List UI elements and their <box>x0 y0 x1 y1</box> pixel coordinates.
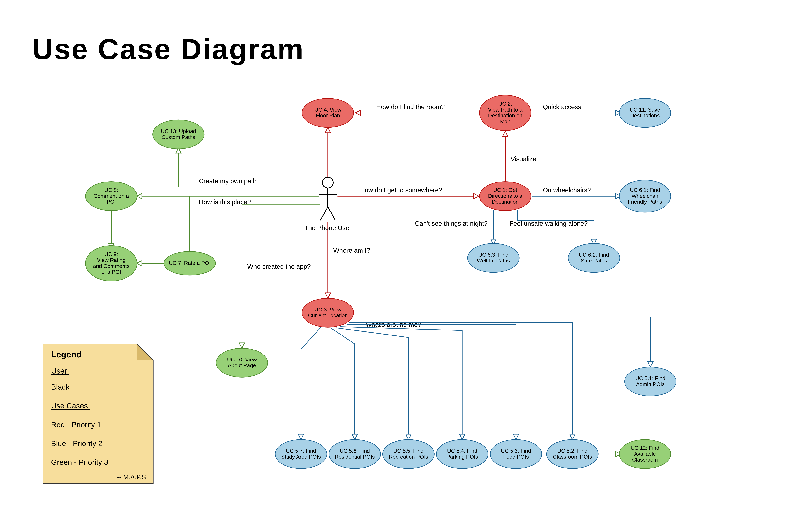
usecase-uc2-label: Map <box>500 118 511 125</box>
usecase-uc7-label: UC 7: Rate a POI <box>169 260 211 266</box>
edge-uc3-uc54 <box>340 327 462 440</box>
usecase-uc61-label: Friendly Paths <box>628 199 662 205</box>
actor-label: The Phone User <box>304 224 351 231</box>
usecase-uc12-label: Available <box>634 451 656 457</box>
legend-note: Legend User: Black Use Cases: Red - Prio… <box>43 344 153 483</box>
usecase-uc54-label: UC 5.4: Find <box>447 448 477 454</box>
label-unsafe: Feel unsafe walking alone? <box>510 220 588 227</box>
legend-user-heading: User: <box>51 367 69 375</box>
usecase-uc9-label: UC 9: <box>104 251 118 257</box>
usecase-uc2-label: UC 2: <box>498 101 512 107</box>
usecase-uc53-label: UC 5.3: Find <box>501 448 531 454</box>
usecase-uc13-label: Custom Paths <box>161 134 195 140</box>
actor-phone-user <box>319 177 337 221</box>
usecase-uc9: UC 9:View Ratingand Commentsof a POI <box>85 246 137 281</box>
usecase-uc56-label: Residential POIs <box>335 454 375 460</box>
usecase-uc51: UC 5.1: FindAdmin POIs <box>625 367 676 396</box>
usecase-uc3: UC 3: ViewCurrent Location <box>302 298 353 327</box>
svg-line-4 <box>328 207 336 220</box>
usecase-uc8: UC 8:Comment on aPOI <box>85 182 137 211</box>
usecase-uc57: UC 5.7: FindStudy Area POIs <box>275 440 327 469</box>
usecase-uc55-label: UC 5.5: Find <box>394 448 424 454</box>
usecase-uc9-label: and Comments <box>93 263 130 269</box>
label-who-created: Who created the app? <box>247 263 311 270</box>
usecase-uc55-label: Recreation POIs <box>389 454 428 460</box>
usecase-uc53: UC 5.3: FindFood POIs <box>490 440 542 469</box>
usecase-uc52-label: UC 5.2: Find <box>557 448 588 454</box>
usecase-uc62-label: Safe Paths <box>581 258 607 264</box>
edge-uc3-uc53 <box>347 324 516 439</box>
use-case-diagram-canvas: Use Case Diagram How do I find the room?… <box>0 0 803 532</box>
usecase-uc10-label: About Page <box>228 362 256 368</box>
usecase-uc57-label: UC 5.7: Find <box>286 448 316 454</box>
usecase-uc63-label: UC 6.3: Find <box>478 252 509 258</box>
usecase-uc2-label: View Path to a <box>488 107 522 113</box>
usecase-uc61-label: Wheelchair <box>632 193 658 199</box>
label-where-am-i: Where am I? <box>333 247 370 254</box>
edge-uc3-uc52 <box>349 322 572 440</box>
edges: How do I find the room? Quick access Vis… <box>111 103 650 454</box>
usecase-uc4: UC 4: ViewFloor Plan <box>302 98 353 127</box>
page-title: Use Case Diagram <box>32 33 304 65</box>
edge-uc3-uc56 <box>330 328 355 439</box>
legend-p1: Red - Priority 1 <box>51 420 101 429</box>
usecase-uc55: UC 5.5: FindRecreation POIs <box>383 440 434 469</box>
usecase-uc2: UC 2:View Path to aDestination onMap <box>479 95 531 131</box>
svg-point-0 <box>323 177 333 188</box>
usecase-uc52: UC 5.2: FindClassroom POIs <box>547 440 598 469</box>
label-visualize: Visualize <box>511 155 536 163</box>
label-get-somewhere: How do I get to somewhere? <box>360 187 442 194</box>
usecase-uc13: UC 13: UploadCustom Paths <box>153 120 204 149</box>
usecase-uc56: UC 5.6: FindResidential POIs <box>329 440 381 469</box>
usecase-uc4-label: UC 4: View <box>314 107 341 113</box>
usecase-uc1-label: Directions to a <box>488 193 522 199</box>
usecase-uc11-label: Destinations <box>630 113 659 118</box>
usecase-uc8-label: POI <box>107 199 116 205</box>
usecase-uc8-label: Comment on a <box>94 193 129 199</box>
usecase-uc56-label: UC 5.6: Find <box>340 448 370 454</box>
usecase-uc2-label: Destination on <box>488 113 522 118</box>
usecase-uc12-label: Classroom <box>632 457 658 463</box>
usecase-uc3-label: Current Location <box>308 312 348 318</box>
usecase-uc1-label: UC 1: Get <box>493 187 517 193</box>
usecase-uc10-label: UC 10: View <box>227 357 257 363</box>
legend-title: Legend <box>51 350 82 359</box>
legend-p2: Blue - Priority 2 <box>51 439 102 448</box>
edge-uc3-uc55 <box>336 328 408 439</box>
usecase-uc54-label: Parking POIs <box>446 454 478 460</box>
usecase-uc54: UC 5.4: FindParking POIs <box>437 440 488 469</box>
usecase-uc62: UC 6.2: FindSafe Paths <box>568 243 620 272</box>
usecase-uc57-label: Study Area POIs <box>281 454 321 460</box>
label-wheelchairs: On wheelchairs? <box>543 187 591 194</box>
usecase-uc51-label: Admin POIs <box>636 381 665 387</box>
label-own-path: Create my own path <box>199 177 256 185</box>
label-quick-access: Quick access <box>543 103 581 110</box>
usecase-uc8-label: UC 8: <box>104 187 118 193</box>
usecase-uc7: UC 7: Rate a POI <box>164 251 215 275</box>
usecase-uc9-label: of a POI <box>101 269 121 275</box>
usecase-uc10: UC 10: ViewAbout Page <box>216 348 268 377</box>
usecase-uc9-label: View Rating <box>97 257 126 263</box>
legend-signature: -- M.A.P.S. <box>117 474 148 480</box>
usecase-uc61: UC 6.1: FindWheelchairFriendly Paths <box>619 180 671 212</box>
usecase-uc53-label: Food POIs <box>503 454 529 460</box>
usecase-uc62-label: UC 6.2: Find <box>579 252 609 258</box>
usecase-uc4-label: Floor Plan <box>316 113 340 118</box>
legend-user-color: Black <box>51 383 70 391</box>
usecase-uc51-label: UC 5.1: Find <box>635 375 666 381</box>
usecase-uc52-label: Classroom POIs <box>553 454 592 460</box>
legend-p3: Green - Priority 3 <box>51 458 108 467</box>
label-find-room: How do I find the room? <box>376 103 445 110</box>
legend-uc-heading: Use Cases: <box>51 402 90 410</box>
usecase-uc61-label: UC 6.1: Find <box>630 187 660 193</box>
usecase-uc11-label: UC 11: Save <box>630 107 660 113</box>
svg-line-3 <box>320 207 328 220</box>
usecase-uc12: UC 12: FindAvailableClassroom <box>619 440 671 469</box>
usecase-uc1: UC 1: GetDirections to aDestination <box>479 182 531 211</box>
usecase-uc13-label: UC 13: Upload <box>161 128 196 134</box>
usecase-uc1-label: Destination <box>492 199 519 205</box>
edge-uc1-uc62 <box>518 210 594 245</box>
usecase-uc11: UC 11: SaveDestinations <box>619 98 671 127</box>
label-night: Can't see things at night? <box>415 220 487 227</box>
usecase-uc63: UC 6.3: FindWell-Lit Paths <box>467 243 519 272</box>
